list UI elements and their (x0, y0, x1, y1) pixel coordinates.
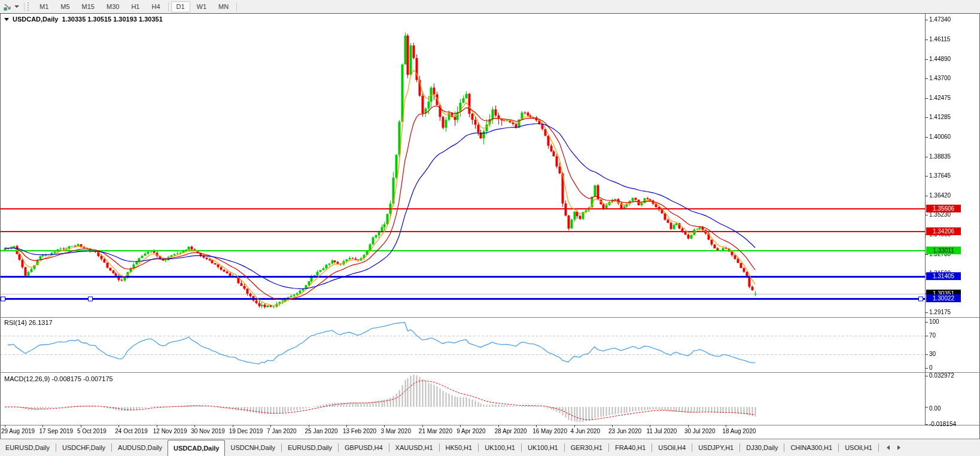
date-axis-label: 18 Aug 2020 (722, 428, 756, 434)
tab-divider (389, 443, 389, 452)
price-axis-label: 1.46115 (929, 36, 950, 43)
date-axis-label: 5 Oct 2019 (77, 428, 106, 434)
timeframe-button-D1[interactable]: D1 (171, 1, 190, 13)
timeframe-button-M5[interactable]: M5 (55, 1, 75, 13)
chart-tab-DJ30-Daily[interactable]: DJ30,Daily (741, 439, 783, 456)
price-axis-label: 1.44890 (929, 56, 951, 63)
chart-tab-USDCNH-Daily[interactable]: USDCNH,Daily (225, 439, 281, 456)
tab-divider (784, 443, 784, 452)
date-axis-label: 12 Nov 2019 (153, 428, 187, 434)
chart-tab-GBPUSD-H4[interactable]: GBPUSD,H4 (339, 439, 388, 456)
chart-tab-USDJPY-H1[interactable]: USDJPY,H1 (693, 439, 739, 456)
tab-divider (608, 443, 609, 452)
macd-axis-label: 0.032972 (929, 372, 954, 379)
tab-divider (478, 443, 479, 452)
timeframe-toolbar: M1M5M15M30H1H4D1W1MN (0, 0, 980, 13)
chart-tab-bar: EURUSD,DailyUSDCHF,DailyAUDUSD,DailyUSDC… (0, 439, 980, 456)
date-axis-label: 3 Mar 2020 (381, 428, 411, 434)
tab-divider (838, 443, 839, 452)
toolbar-separator (168, 2, 169, 11)
price-axis-label: 1.42475 (929, 95, 951, 102)
date-axis-label: 28 Apr 2020 (495, 428, 527, 434)
date-axis-label: 24 Oct 2019 (115, 428, 147, 434)
tab-divider (564, 443, 565, 452)
chart-tab-UK100-H1[interactable]: UK100,H1 (479, 439, 521, 456)
price-axis-label: 1.43700 (929, 75, 951, 82)
chart-tab-USOil-H4[interactable]: USOil,H4 (653, 439, 691, 456)
date-axis-label: 25 Jan 2020 (305, 428, 338, 434)
collapse-triangle-icon[interactable] (4, 18, 9, 21)
price-axis-label: 1.37645 (929, 172, 951, 180)
price-axis-label: 1.38835 (929, 153, 951, 160)
date-axis-label: 29 Aug 2019 (1, 428, 35, 434)
chart-tab-FRA40-H1[interactable]: FRA40,H1 (610, 439, 651, 456)
price-badge: 1.35606 (926, 205, 961, 212)
tab-scroll-left-button[interactable] (884, 443, 893, 452)
date-axis-label: 13 Feb 2020 (343, 428, 376, 434)
indicators-icon[interactable] (2, 1, 13, 12)
chart-plot-canvas[interactable] (0, 0, 980, 439)
chart-tab-EURUSD-Daily[interactable]: EURUSD,Daily (282, 439, 337, 456)
date-axis-label: 9 Apr 2020 (456, 428, 485, 434)
price-axis-label: 1.47340 (929, 16, 951, 23)
date-axis-label: 16 May 2020 (532, 428, 567, 434)
chart-ohlc-values: 1.30335 1.30515 1.30193 1.30351 (62, 16, 163, 23)
chart-tab-AUDUSD-Daily[interactable]: AUDUSD,Daily (112, 439, 168, 456)
price-axis-label: 1.29175 (929, 309, 951, 316)
date-axis-label: 17 Sep 2019 (39, 428, 73, 434)
date-axis-label: 7 Jan 2020 (267, 428, 297, 434)
timeframe-button-M30[interactable]: M30 (101, 1, 124, 13)
price-axis-label: 1.41285 (929, 114, 951, 121)
macd-axis-label: -0.018154 (929, 421, 956, 428)
dropdown-caret-icon[interactable] (14, 5, 19, 8)
tab-divider (878, 443, 879, 452)
timeframe-button-W1[interactable]: W1 (191, 1, 212, 13)
price-badge: 1.31405 (926, 272, 961, 280)
chart-tab-USDCAD-Daily[interactable]: USDCAD,Daily (168, 440, 225, 456)
macd-axis-label: 0.00 (929, 405, 941, 412)
timeframe-button-M1[interactable]: M1 (34, 1, 54, 13)
date-axis-label: 23 Jun 2020 (608, 428, 641, 434)
chart-tab-UK100-H1[interactable]: UK100,H1 (522, 439, 564, 456)
rsi-axis-label: 100 (929, 318, 939, 326)
timeframe-button-M15[interactable]: M15 (77, 1, 100, 13)
chart-tab-EURUSD-Daily[interactable]: EURUSD,Daily (0, 439, 55, 456)
chart-tab-GER30-H1[interactable]: GER30,H1 (565, 439, 608, 456)
timeframe-button-H1[interactable]: H1 (126, 1, 145, 13)
tab-divider (521, 443, 522, 452)
date-axis-label: 30 Nov 2019 (191, 428, 225, 434)
price-badge: 1.34206 (926, 227, 961, 235)
tab-divider (692, 443, 692, 452)
rsi-axis-label: 30 (929, 351, 936, 358)
date-axis-label: 21 Mar 2020 (419, 428, 452, 434)
price-axis-label: 1.36420 (929, 192, 951, 199)
timeframe-button-H4[interactable]: H4 (146, 1, 165, 13)
timeframe-buttons: M1M5M15M30H1H4D1W1MN (34, 1, 239, 13)
tab-divider (439, 443, 440, 452)
trading-terminal-window: M1M5M15M30H1H4D1W1MN USDCAD,Daily 1.3033… (0, 0, 980, 456)
chart-tab-HK50-H1[interactable]: HK50,H1 (440, 439, 478, 456)
tab-scroll-right-button[interactable] (895, 443, 903, 452)
tab-divider (281, 443, 282, 452)
date-axis-label: 4 Jun 2020 (571, 428, 601, 434)
toolbar-separator (24, 2, 25, 11)
chart-symbol-label: USDCAD,Daily (13, 16, 58, 23)
rsi-axis-label: 0 (929, 364, 933, 372)
date-axis-label: 11 Jul 2020 (646, 428, 677, 434)
chart-tab-CHINA300-H1[interactable]: CHINA300,H1 (785, 439, 838, 456)
chart-title: USDCAD,Daily 1.30335 1.30515 1.30193 1.3… (4, 16, 163, 23)
tab-divider (338, 443, 339, 452)
tab-divider (739, 443, 740, 452)
toolbar-grip[interactable] (28, 2, 31, 11)
chart-tab-XAUUSD-H1[interactable]: XAUUSD,H1 (390, 439, 439, 456)
price-axis-label: 1.40060 (929, 133, 951, 141)
tab-divider (56, 443, 56, 452)
macd-indicator-label: MACD(12,26,9) -0.008175 -0.007175 (4, 375, 113, 382)
chart-tab-USOil-H1[interactable]: USOil,H1 (839, 439, 878, 456)
tab-divider (652, 443, 652, 452)
timeframe-button-MN[interactable]: MN (213, 1, 234, 13)
date-axis-label: 19 Dec 2019 (229, 428, 263, 434)
price-badge: 1.30022 (926, 294, 961, 302)
chart-tab-USDCHF-Daily[interactable]: USDCHF,Daily (57, 439, 111, 456)
tab-divider (111, 443, 112, 452)
